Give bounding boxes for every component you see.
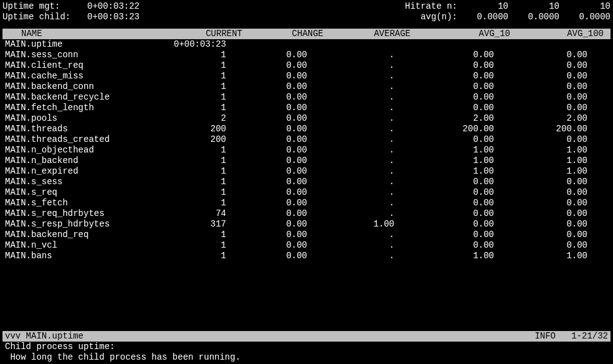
col-current: CURRENT	[171, 29, 242, 39]
row-current: 1	[154, 103, 226, 113]
row-change: 0.00	[226, 71, 307, 82]
row-average: 1.00	[307, 219, 394, 230]
row-name: MAIN.n_vcl	[2, 240, 154, 251]
table-row[interactable]: MAIN.s_resp_hdrbytes3170.001.000.000.00	[2, 219, 611, 230]
stats-table-body[interactable]: MAIN.uptime0+00:03:23MAIN.sess_conn10.00…	[2, 39, 611, 331]
row-current: 1	[154, 50, 226, 60]
row-avg100: 1.00	[494, 145, 587, 156]
row-avg10: 0.00	[394, 71, 494, 82]
row-avg100: 0.00	[494, 71, 587, 82]
row-change: 0.00	[226, 103, 307, 113]
paging: 1-21/32	[558, 331, 611, 342]
table-row[interactable]: MAIN.n_objecthead10.00.1.001.00	[2, 145, 611, 156]
row-average: .	[307, 145, 394, 156]
row-avg10: 0.00	[394, 177, 494, 187]
row-average: .	[307, 208, 394, 219]
row-change: 0.00	[226, 230, 307, 240]
table-row[interactable]: MAIN.sess_conn10.00.0.000.00	[2, 50, 611, 60]
hitrate-val-3: 10	[559, 1, 611, 12]
description-line-1: Child process uptime:	[2, 342, 611, 352]
row-change: 0.00	[226, 124, 307, 134]
row-name: MAIN.backend_recycle	[2, 92, 154, 103]
table-row[interactable]: MAIN.backend_conn10.00.0.000.00	[2, 82, 611, 92]
row-avg100: 0.00	[494, 230, 587, 240]
row-name: MAIN.threads_created	[2, 134, 154, 145]
row-current: 1	[154, 230, 226, 240]
row-average: .	[307, 103, 394, 113]
row-current: 1	[154, 60, 226, 71]
row-avg100: 1.00	[494, 156, 587, 166]
table-row[interactable]: MAIN.threads2000.00.200.00200.00	[2, 124, 611, 134]
row-avg10: 0.00	[394, 219, 494, 230]
col-change: CHANGE	[242, 29, 323, 39]
row-name: MAIN.n_expired	[2, 166, 154, 177]
varnishstat-terminal: Uptime mgt: 0+00:03:22 Hitrate n: 10 10 …	[0, 0, 613, 364]
table-row[interactable]: MAIN.cache_miss10.00.0.000.00	[2, 71, 611, 82]
col-name: NAME	[2, 29, 171, 39]
table-row[interactable]: MAIN.s_req_hdrbytes740.00.0.000.00	[2, 208, 611, 219]
table-row[interactable]: MAIN.s_fetch10.00.0.000.00	[2, 198, 611, 208]
row-current: 2	[154, 113, 226, 124]
row-change: 0.00	[226, 113, 307, 124]
row-avg100: 0.00	[494, 82, 587, 92]
table-row[interactable]: MAIN.uptime0+00:03:23	[2, 39, 611, 50]
table-row[interactable]: MAIN.s_sess10.00.0.000.00	[2, 177, 611, 187]
row-name: MAIN.bans	[2, 251, 154, 261]
row-avg100: 1.00	[494, 166, 587, 177]
row-average: .	[307, 198, 394, 208]
row-average: .	[307, 177, 394, 187]
row-avg100: 0.00	[494, 219, 587, 230]
row-name: MAIN.fetch_length	[2, 103, 154, 113]
row-average	[307, 39, 394, 50]
description-line-2: How long the child process has been runn…	[2, 352, 611, 363]
row-avg10: 0.00	[394, 103, 494, 113]
row-avg10: 0.00	[394, 50, 494, 60]
row-current: 1	[154, 240, 226, 251]
table-row[interactable]: MAIN.backend_req10.00.0.000.00	[2, 230, 611, 240]
row-change: 0.00	[226, 177, 307, 187]
table-row[interactable]: MAIN.n_vcl10.00.0.000.00	[2, 240, 611, 251]
row-avg100: 0.00	[494, 134, 587, 145]
row-avg10: 1.00	[394, 251, 494, 261]
row-avg100	[494, 39, 587, 50]
row-avg100: 0.00	[494, 103, 587, 113]
row-name: MAIN.uptime	[2, 39, 154, 50]
row-avg10: 0.00	[394, 187, 494, 198]
row-avg10: 0.00	[394, 198, 494, 208]
row-name: MAIN.s_req	[2, 187, 154, 198]
table-row[interactable]: MAIN.n_backend10.00.1.001.00	[2, 156, 611, 166]
selected-counter: vvv MAIN.uptime	[2, 331, 535, 342]
row-avg100: 1.00	[494, 251, 587, 261]
col-avg100: AVG_100	[510, 29, 604, 39]
col-average: AVERAGE	[323, 29, 411, 39]
row-current: 1	[154, 92, 226, 103]
table-row[interactable]: MAIN.fetch_length10.00.0.000.00	[2, 103, 611, 113]
row-name: MAIN.backend_req	[2, 230, 154, 240]
row-avg10: 1.00	[394, 166, 494, 177]
row-name: MAIN.client_req	[2, 60, 154, 71]
row-current: 1	[154, 198, 226, 208]
uptime-mgt-row: Uptime mgt: 0+00:03:22 Hitrate n: 10 10 …	[2, 1, 611, 12]
row-avg100: 0.00	[494, 92, 587, 103]
row-average: .	[307, 134, 394, 145]
row-current: 1	[154, 187, 226, 198]
table-row[interactable]: MAIN.bans10.00.1.001.00	[2, 251, 611, 261]
table-row[interactable]: MAIN.client_req10.00.0.000.00	[2, 60, 611, 71]
avg-label: avg(n):	[392, 12, 457, 22]
row-change: 0.00	[226, 219, 307, 230]
row-average: .	[307, 166, 394, 177]
row-name: MAIN.s_sess	[2, 177, 154, 187]
table-row[interactable]: MAIN.n_expired10.00.1.001.00	[2, 166, 611, 177]
row-average: .	[307, 60, 394, 71]
status-bar: vvv MAIN.uptime INFO 1-21/32	[2, 331, 611, 342]
row-name: MAIN.s_resp_hdrbytes	[2, 219, 154, 230]
uptime-mgt-value: 0+00:03:22	[83, 1, 140, 12]
hitrate-label: Hitrate n:	[392, 1, 457, 12]
row-avg10: 2.00	[394, 113, 494, 124]
row-name: MAIN.sess_conn	[2, 50, 154, 60]
row-avg10: 0.00	[394, 208, 494, 219]
table-row[interactable]: MAIN.backend_recycle10.00.0.000.00	[2, 92, 611, 103]
table-row[interactable]: MAIN.s_req10.00.0.000.00	[2, 187, 611, 198]
table-row[interactable]: MAIN.pools20.00.2.002.00	[2, 113, 611, 124]
table-row[interactable]: MAIN.threads_created2000.00.0.000.00	[2, 134, 611, 145]
